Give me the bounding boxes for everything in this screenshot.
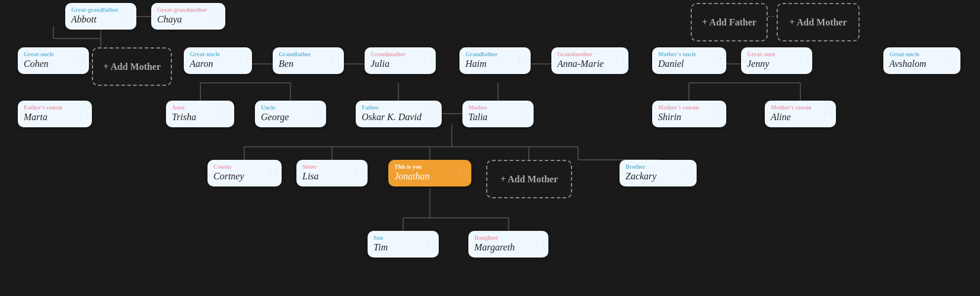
node-name: Oskar K. David <box>362 112 436 123</box>
node-role: Father's cousin <box>24 104 86 111</box>
drag-handle-icon[interactable]: ⋮⋮ <box>330 56 341 66</box>
node-role: Great-uncle <box>889 51 955 57</box>
drag-handle-icon[interactable]: ⋮⋮ <box>534 239 546 249</box>
node-name: Cortney <box>213 171 276 182</box>
node-trisha[interactable]: AuntTrisha⋮⋮ <box>166 101 234 127</box>
drag-handle-icon[interactable]: ⋮⋮ <box>211 11 223 21</box>
drag-handle-icon[interactable]: ⋮⋮ <box>682 168 694 178</box>
node-role: Great-aunt <box>747 51 806 57</box>
add-label: + Add Mother <box>500 174 558 185</box>
node-role: Uncle <box>261 104 320 111</box>
node-name: Haim <box>465 59 525 69</box>
node-role: This is you <box>394 163 465 170</box>
add-node-add-mother-3[interactable]: + Add Mother <box>486 160 572 198</box>
node-role: Grandmother <box>557 51 623 57</box>
drag-handle-icon[interactable]: ⋮⋮ <box>220 109 232 119</box>
node-role: Mother <box>468 104 528 111</box>
node-role: Grandfather <box>465 51 525 57</box>
node-cohen[interactable]: Great-uncleCohen⋮⋮ <box>18 47 89 74</box>
node-name: Julia <box>371 59 430 69</box>
drag-handle-icon[interactable]: ⋮⋮ <box>427 109 439 119</box>
node-chaya[interactable]: Great-grandmotherChaya⋮⋮ <box>151 3 225 30</box>
node-name: Lisa <box>302 171 362 182</box>
drag-handle-icon[interactable]: ⋮⋮ <box>353 168 365 178</box>
node-name: Jonathan <box>394 171 465 182</box>
drag-handle-icon[interactable]: ⋮⋮ <box>712 56 724 66</box>
node-name: Ben <box>279 59 338 69</box>
node-name: Margareth <box>474 242 542 253</box>
drag-handle-icon[interactable]: ⋮⋮ <box>424 239 436 249</box>
drag-handle-icon[interactable]: ⋮⋮ <box>516 56 528 66</box>
node-role: Great-grandmother <box>157 7 219 13</box>
add-node-add-mother-top[interactable]: + Add Mother <box>777 3 860 41</box>
node-role: Father <box>362 104 436 111</box>
drag-handle-icon[interactable]: ⋮⋮ <box>422 56 433 66</box>
drag-handle-icon[interactable]: ⋮⋮ <box>519 109 531 119</box>
node-cortney[interactable]: CousinCortney⋮⋮ <box>208 160 282 186</box>
node-name: Chaya <box>157 14 219 25</box>
node-role: Grandfather <box>279 51 338 57</box>
node-george[interactable]: UncleGeorge⋮⋮ <box>255 101 326 127</box>
node-aline[interactable]: Mother's cousinAline⋮⋮ <box>765 101 836 127</box>
add-label: + Add Mother <box>789 17 847 28</box>
node-margareth[interactable]: DaughterMargareth⋮⋮ <box>468 231 548 258</box>
drag-handle-icon[interactable]: ⋮⋮ <box>78 109 90 119</box>
drag-handle-icon[interactable]: ⋮⋮ <box>457 168 469 178</box>
add-node-add-mother-2[interactable]: + Add Mother <box>92 47 172 86</box>
node-jonathan[interactable]: This is youJonathan⋮⋮ <box>388 160 471 186</box>
node-avshalom[interactable]: Great-uncleAvshalom⋮⋮ <box>883 47 960 74</box>
node-marta[interactable]: Father's cousinMarta⋮⋮ <box>18 101 92 127</box>
node-name: Anna-Marie <box>557 59 623 69</box>
node-name: Abbott <box>71 14 130 25</box>
node-role: Great-grandfather <box>71 7 130 13</box>
node-jenny[interactable]: Great-auntJenny⋮⋮ <box>741 47 812 74</box>
drag-handle-icon[interactable]: ⋮⋮ <box>122 11 134 21</box>
node-name: Zackary <box>625 171 691 182</box>
node-role: Daughter <box>474 234 542 241</box>
node-name: Cohen <box>24 59 83 69</box>
node-lisa[interactable]: SisterLisa⋮⋮ <box>296 160 368 186</box>
node-talia[interactable]: MotherTalia⋮⋮ <box>462 101 534 127</box>
node-role: Mother's cousin <box>771 104 830 111</box>
node-name: Avshalom <box>889 59 955 69</box>
node-role: Son <box>374 234 433 241</box>
node-daniel[interactable]: Mother's uncleDaniel⋮⋮ <box>652 47 726 74</box>
node-role: Sister <box>302 163 362 170</box>
node-name: Tim <box>374 242 433 253</box>
drag-handle-icon[interactable]: ⋮⋮ <box>267 168 279 178</box>
node-role: Cousin <box>213 163 276 170</box>
node-ben[interactable]: GrandfatherBen⋮⋮ <box>273 47 344 74</box>
drag-handle-icon[interactable]: ⋮⋮ <box>312 109 324 119</box>
drag-handle-icon[interactable]: ⋮⋮ <box>614 56 626 66</box>
node-oskar[interactable]: FatherOskar K. David⋮⋮ <box>356 101 442 127</box>
drag-handle-icon[interactable]: ⋮⋮ <box>798 56 810 66</box>
add-node-add-father-top[interactable]: + Add Father <box>691 3 768 41</box>
node-name: Aline <box>771 112 830 123</box>
add-label: + Add Mother <box>103 62 161 72</box>
node-role: Grandmother <box>371 51 430 57</box>
node-anna-marie[interactable]: GrandmotherAnna-Marie⋮⋮ <box>551 47 628 74</box>
drag-handle-icon[interactable]: ⋮⋮ <box>712 109 724 119</box>
node-shirin[interactable]: Mother's cousinShirin⋮⋮ <box>652 101 726 127</box>
drag-handle-icon[interactable]: ⋮⋮ <box>238 56 250 66</box>
node-name: Marta <box>24 112 86 123</box>
node-name: Jenny <box>747 59 806 69</box>
node-name: Shirin <box>658 112 720 123</box>
node-haim[interactable]: GrandfatherHaim⋮⋮ <box>459 47 531 74</box>
node-role: Mother's cousin <box>658 104 720 111</box>
node-julia[interactable]: GrandmotherJulia⋮⋮ <box>365 47 436 74</box>
node-name: Talia <box>468 112 528 123</box>
node-abbott[interactable]: Great-grandfatherAbbott⋮⋮ <box>65 3 136 30</box>
node-role: Great-uncle <box>24 51 83 57</box>
drag-handle-icon[interactable]: ⋮⋮ <box>822 109 834 119</box>
node-aaron[interactable]: Great-uncleAaron⋮⋮ <box>184 47 252 74</box>
node-role: Brother <box>625 163 691 170</box>
drag-handle-icon[interactable]: ⋮⋮ <box>75 56 87 66</box>
node-name: Daniel <box>658 59 720 69</box>
node-zackary[interactable]: BrotherZackary⋮⋮ <box>620 160 697 186</box>
node-tim[interactable]: SonTim⋮⋮ <box>368 231 439 258</box>
family-tree: Great-grandfatherAbbott⋮⋮Great-grandmoth… <box>0 0 980 296</box>
node-role: Mother's uncle <box>658 51 720 57</box>
drag-handle-icon[interactable]: ⋮⋮ <box>946 56 958 66</box>
node-name: George <box>261 112 320 123</box>
